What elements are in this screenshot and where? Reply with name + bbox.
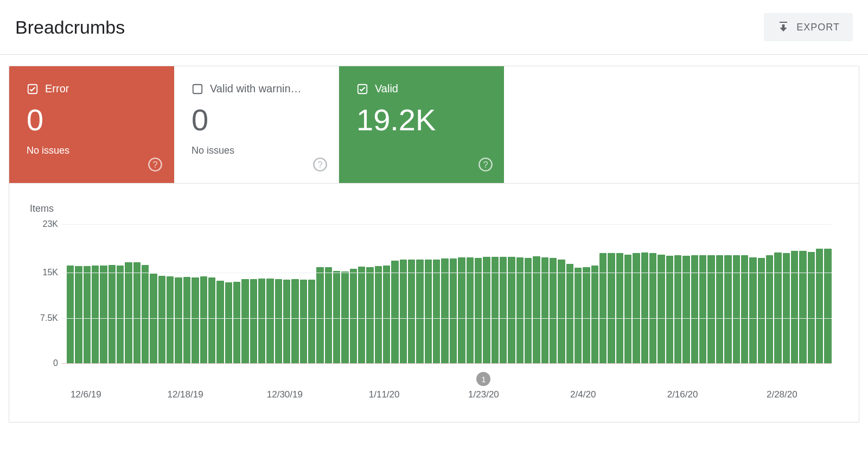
card-warning-label: Valid with warnin… — [210, 83, 302, 95]
bar[interactable] — [699, 255, 706, 363]
bar[interactable] — [425, 260, 432, 363]
bar[interactable] — [208, 277, 215, 363]
annotation-marker[interactable]: 1 — [476, 372, 490, 386]
bar[interactable] — [641, 252, 648, 363]
bar[interactable] — [117, 266, 124, 363]
bar[interactable] — [142, 265, 149, 363]
bar[interactable] — [441, 258, 448, 363]
bar[interactable] — [458, 257, 465, 363]
bar[interactable] — [192, 277, 199, 363]
bar[interactable] — [358, 267, 365, 363]
bar[interactable] — [316, 267, 323, 363]
bar[interactable] — [733, 255, 740, 363]
bar[interactable] — [516, 257, 524, 363]
bar[interactable] — [566, 264, 573, 363]
bar[interactable] — [133, 262, 141, 363]
card-valid[interactable]: Valid 19.2K ? — [339, 66, 504, 183]
bar[interactable] — [383, 266, 390, 363]
bar[interactable] — [550, 258, 557, 363]
bar[interactable] — [624, 255, 631, 363]
bar[interactable] — [575, 268, 582, 363]
bar[interactable] — [275, 279, 282, 363]
bar[interactable] — [75, 266, 82, 363]
x-tick-label: 12/30/19 — [267, 389, 303, 400]
chart-container: Items 07.5K15K23K 12/6/1912/18/1912/30/1… — [9, 184, 859, 422]
bar[interactable] — [167, 276, 174, 363]
bar[interactable] — [258, 279, 265, 363]
bar[interactable] — [266, 279, 273, 363]
bar[interactable] — [583, 267, 590, 363]
bar[interactable] — [175, 277, 182, 363]
bar[interactable] — [783, 253, 790, 363]
bar[interactable] — [633, 253, 640, 363]
bar[interactable] — [225, 282, 232, 363]
bar[interactable] — [408, 260, 415, 363]
bar[interactable] — [125, 262, 132, 363]
card-error[interactable]: Error 0 No issues ? — [9, 66, 174, 183]
bar[interactable] — [350, 269, 357, 363]
bar[interactable] — [766, 255, 773, 363]
bar[interactable] — [816, 249, 823, 363]
bar[interactable] — [450, 258, 457, 363]
bar[interactable] — [391, 261, 398, 363]
bar[interactable] — [250, 279, 257, 363]
bar[interactable] — [475, 258, 482, 363]
bar[interactable] — [774, 252, 781, 363]
bar[interactable] — [808, 252, 815, 363]
bar[interactable] — [658, 255, 665, 363]
bar[interactable] — [599, 253, 607, 363]
bar[interactable] — [291, 279, 298, 363]
bar[interactable] — [108, 265, 116, 363]
bar[interactable] — [467, 257, 474, 363]
bar[interactable] — [716, 255, 723, 363]
bar[interactable] — [400, 260, 407, 363]
bar[interactable] — [241, 279, 248, 363]
bar[interactable] — [691, 255, 698, 363]
y-tick-label: 0 — [32, 358, 58, 368]
bar[interactable] — [433, 260, 440, 363]
card-warning[interactable]: Valid with warnin… 0 No issues ? — [174, 66, 339, 183]
bar[interactable] — [158, 276, 165, 363]
bar[interactable] — [741, 255, 748, 363]
chart[interactable]: 07.5K15K23K — [32, 218, 836, 370]
bar[interactable] — [791, 251, 798, 363]
bar[interactable] — [92, 266, 99, 363]
bar[interactable] — [216, 281, 224, 363]
bar[interactable] — [824, 249, 831, 363]
bar[interactable] — [666, 256, 673, 363]
bar[interactable] — [333, 271, 340, 363]
bar[interactable] — [525, 258, 532, 363]
bar[interactable] — [200, 276, 207, 363]
bar[interactable] — [724, 255, 731, 363]
bar[interactable] — [183, 277, 190, 363]
bar[interactable] — [707, 255, 714, 363]
bar[interactable] — [799, 251, 806, 363]
bar[interactable] — [150, 274, 157, 363]
bar[interactable] — [608, 253, 615, 363]
bar[interactable] — [591, 266, 598, 363]
bar[interactable] — [325, 267, 332, 363]
bar[interactable] — [682, 256, 690, 363]
bar[interactable] — [749, 257, 756, 363]
help-icon[interactable]: ? — [312, 157, 328, 172]
bar[interactable] — [100, 266, 107, 363]
bar[interactable] — [758, 258, 765, 363]
bar[interactable] — [616, 253, 623, 363]
bar[interactable] — [300, 280, 307, 363]
bar[interactable] — [541, 257, 548, 363]
bar[interactable] — [416, 260, 423, 363]
bar[interactable] — [366, 267, 373, 363]
bar[interactable] — [308, 280, 315, 363]
bar[interactable] — [649, 253, 656, 363]
bar[interactable] — [84, 266, 91, 363]
export-button[interactable]: EXPORT — [764, 13, 853, 41]
help-icon[interactable]: ? — [478, 157, 493, 172]
help-icon[interactable]: ? — [148, 157, 163, 172]
bar[interactable] — [674, 255, 681, 363]
bar[interactable] — [233, 282, 240, 363]
bar[interactable] — [558, 260, 565, 363]
bar[interactable] — [283, 280, 290, 363]
bar[interactable] — [341, 271, 348, 363]
bar[interactable] — [67, 266, 74, 363]
bar[interactable] — [375, 266, 382, 363]
